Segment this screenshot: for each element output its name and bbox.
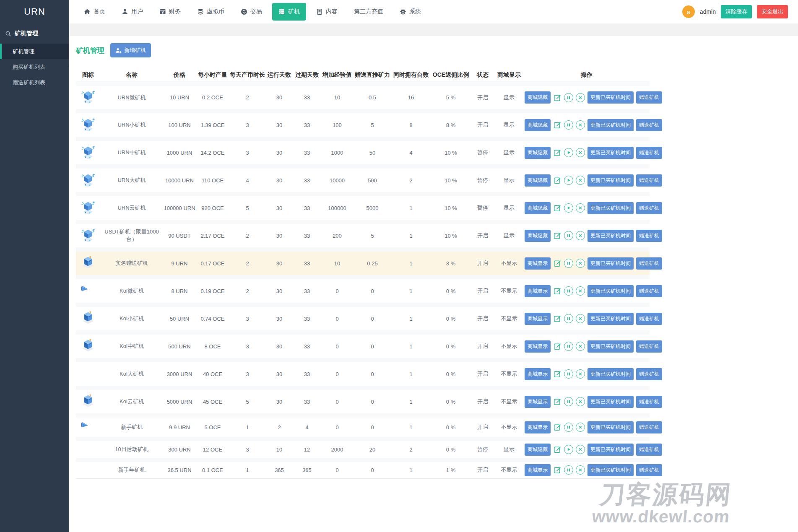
add-miner-button[interactable]: 新增矿机 (110, 43, 151, 57)
update-time-button[interactable]: 更新已买矿机时间 (587, 421, 634, 433)
gift-miner-button[interactable]: 赠送矿机 (636, 285, 662, 297)
update-time-button[interactable]: 更新已买矿机时间 (587, 147, 634, 159)
shop-toggle-button[interactable]: 商城隐藏 (525, 91, 551, 104)
edit-icon[interactable] (553, 445, 561, 454)
edit-icon[interactable] (553, 231, 561, 240)
shop-toggle-button[interactable]: 商城显示 (525, 396, 551, 408)
nav-item[interactable]: ¥财务 (153, 3, 187, 21)
shop-toggle-button[interactable]: 商城隐藏 (525, 119, 551, 131)
shop-toggle-button[interactable]: 商城显示 (525, 340, 551, 353)
edit-icon[interactable] (553, 423, 561, 431)
update-time-button[interactable]: 更新已买矿机时间 (587, 396, 634, 408)
gift-miner-button[interactable]: 赠送矿机 (636, 444, 662, 456)
edit-icon[interactable] (553, 93, 561, 102)
sidebar-section-header[interactable]: 矿机管理 (0, 23, 69, 44)
update-time-button[interactable]: 更新已买矿机时间 (587, 257, 634, 270)
nav-item[interactable]: 首页 (78, 3, 112, 21)
close-icon[interactable] (576, 369, 585, 379)
update-time-button[interactable]: 更新已买矿机时间 (587, 464, 634, 476)
nav-item[interactable]: 虚拟币 (191, 3, 231, 21)
close-icon[interactable] (576, 397, 585, 406)
update-time-button[interactable]: 更新已买矿机时间 (587, 368, 634, 380)
gift-miner-button[interactable]: 赠送矿机 (636, 230, 662, 242)
update-time-button[interactable]: 更新已买矿机时间 (587, 230, 634, 242)
edit-icon[interactable] (553, 466, 561, 474)
update-time-button[interactable]: 更新已买矿机时间 (587, 340, 634, 353)
update-time-button[interactable]: 更新已买矿机时间 (587, 313, 634, 325)
shop-toggle-button[interactable]: 商城隐藏 (525, 444, 551, 456)
edit-icon[interactable] (553, 342, 561, 350)
pause-icon[interactable] (564, 465, 573, 475)
close-icon[interactable] (576, 423, 585, 432)
nav-item[interactable]: 第三方充值 (348, 3, 390, 21)
edit-icon[interactable] (553, 176, 561, 184)
update-time-button[interactable]: 更新已买矿机时间 (587, 285, 634, 297)
clear-cache-button[interactable]: 清除缓存 (721, 5, 752, 18)
nav-item[interactable]: 交易 (234, 3, 268, 21)
pause-icon[interactable] (564, 369, 573, 379)
shop-toggle-button[interactable]: 商城显示 (525, 285, 551, 297)
shop-toggle-button[interactable]: 商城显示 (525, 368, 551, 380)
shop-toggle-button[interactable]: 商城隐藏 (525, 174, 551, 187)
nav-item[interactable]: 用户 (115, 3, 149, 21)
sidebar-item[interactable]: 矿机管理 (0, 44, 69, 59)
gift-miner-button[interactable]: 赠送矿机 (636, 257, 662, 270)
close-icon[interactable] (576, 259, 585, 268)
close-icon[interactable] (576, 148, 585, 157)
gift-miner-button[interactable]: 赠送矿机 (636, 202, 662, 214)
sidebar-item[interactable]: 购买矿机列表 (0, 59, 69, 75)
play-icon[interactable] (564, 148, 573, 157)
gift-miner-button[interactable]: 赠送矿机 (636, 368, 662, 380)
close-icon[interactable] (576, 231, 585, 240)
pause-icon[interactable] (564, 342, 573, 351)
pause-icon[interactable] (564, 314, 573, 323)
edit-icon[interactable] (553, 121, 561, 129)
update-time-button[interactable]: 更新已买矿机时间 (587, 174, 634, 187)
pause-icon[interactable] (564, 231, 573, 240)
sidebar-item[interactable]: 赠送矿机列表 (0, 75, 69, 90)
pause-icon[interactable] (564, 93, 573, 102)
gift-miner-button[interactable]: 赠送矿机 (636, 340, 662, 353)
edit-icon[interactable] (553, 259, 561, 267)
close-icon[interactable] (576, 445, 585, 454)
pause-icon[interactable] (564, 259, 573, 268)
play-icon[interactable] (564, 203, 573, 213)
close-icon[interactable] (576, 314, 585, 323)
close-icon[interactable] (576, 203, 585, 213)
gift-miner-button[interactable]: 赠送矿机 (636, 174, 662, 187)
play-icon[interactable] (564, 176, 573, 185)
shop-toggle-button[interactable]: 商城隐藏 (525, 147, 551, 159)
pause-icon[interactable] (564, 286, 573, 296)
logout-button[interactable]: 安全退出 (757, 5, 788, 18)
close-icon[interactable] (576, 176, 585, 185)
pause-icon[interactable] (564, 397, 573, 406)
shop-toggle-button[interactable]: 商城显示 (525, 257, 551, 270)
update-time-button[interactable]: 更新已买矿机时间 (587, 202, 634, 214)
gift-miner-button[interactable]: 赠送矿机 (636, 313, 662, 325)
nav-item[interactable]: 矿机 (272, 3, 306, 21)
edit-icon[interactable] (553, 314, 561, 323)
update-time-button[interactable]: 更新已买矿机时间 (587, 444, 634, 456)
pause-icon[interactable] (564, 423, 573, 432)
play-icon[interactable] (564, 445, 573, 454)
update-time-button[interactable]: 更新已买矿机时间 (587, 119, 634, 131)
gift-miner-button[interactable]: 赠送矿机 (636, 421, 662, 433)
edit-icon[interactable] (553, 397, 561, 406)
nav-item[interactable]: 内容 (310, 3, 344, 21)
gift-miner-button[interactable]: 赠送矿机 (636, 396, 662, 408)
shop-toggle-button[interactable]: 商城隐藏 (525, 202, 551, 214)
edit-icon[interactable] (553, 287, 561, 295)
gift-miner-button[interactable]: 赠送矿机 (636, 119, 662, 131)
edit-icon[interactable] (553, 204, 561, 212)
edit-icon[interactable] (553, 148, 561, 157)
shop-toggle-button[interactable]: 商城显示 (525, 421, 551, 433)
gift-miner-button[interactable]: 赠送矿机 (636, 91, 662, 104)
gift-miner-button[interactable]: 赠送矿机 (636, 464, 662, 476)
shop-toggle-button[interactable]: 商城隐藏 (525, 230, 551, 242)
nav-item[interactable]: 系统 (393, 3, 427, 21)
close-icon[interactable] (576, 465, 585, 475)
update-time-button[interactable]: 更新已买矿机时间 (587, 91, 634, 104)
gift-miner-button[interactable]: 赠送矿机 (636, 147, 662, 159)
avatar[interactable]: a (682, 5, 695, 18)
close-icon[interactable] (576, 120, 585, 130)
